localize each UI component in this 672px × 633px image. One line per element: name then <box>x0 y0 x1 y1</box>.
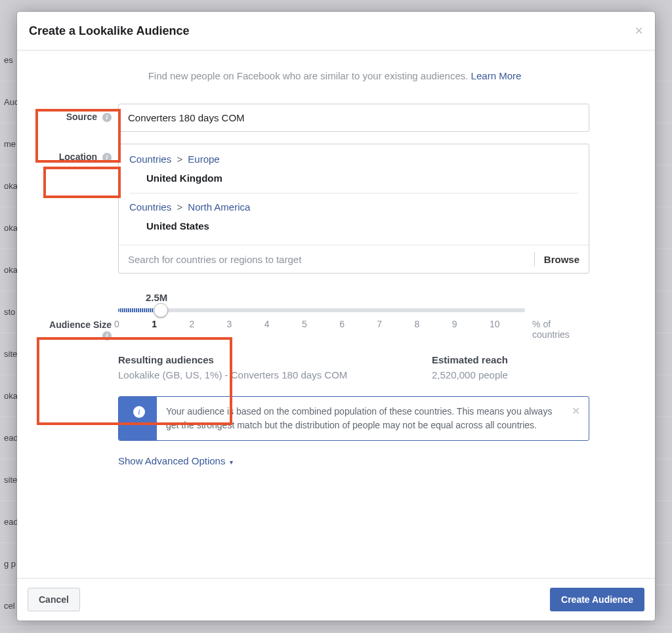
annotation-highlight-location <box>43 167 121 198</box>
modal-header: Create a Lookalike Audience × <box>17 12 655 51</box>
close-icon[interactable]: × <box>635 22 643 39</box>
audience-size-value: 2.5M <box>146 292 589 303</box>
close-icon[interactable]: ✕ <box>562 397 589 440</box>
show-advanced-options-link[interactable]: Show Advanced Options ▾ <box>118 455 233 466</box>
slider-thumb[interactable] <box>154 303 168 317</box>
caret-down-icon: ▾ <box>230 459 233 466</box>
slider-fill <box>118 308 159 312</box>
intro-copy: Find new people on Facebook who are simi… <box>148 70 471 81</box>
annotation-highlight-source <box>35 109 121 163</box>
modal-footer: Cancel Create Audience <box>17 578 655 621</box>
location-breadcrumb[interactable]: Countries > Europe <box>129 153 578 165</box>
location-search-row: Browse <box>119 245 589 273</box>
location-breadcrumb[interactable]: Countries > North America <box>129 201 578 213</box>
modal-title: Create a Lookalike Audience <box>29 24 189 38</box>
location-country[interactable]: United Kingdom <box>129 170 578 193</box>
audience-size-slider[interactable] <box>118 308 525 312</box>
estimated-reach-value: 2,520,000 people <box>432 369 589 380</box>
location-label: Location i <box>41 144 118 274</box>
slider-ticks: 0 1 2 3 4 5 6 7 8 9 10 <box>114 319 527 329</box>
create-lookalike-modal: Create a Lookalike Audience × Find new p… <box>17 12 655 621</box>
estimated-reach-head: Estimated reach <box>432 354 589 365</box>
pct-of-countries-label: % of countries <box>532 319 589 340</box>
create-audience-button[interactable]: Create Audience <box>550 588 644 611</box>
browse-link[interactable]: Browse <box>544 254 579 265</box>
source-row: Source i <box>41 104 589 132</box>
cancel-button[interactable]: Cancel <box>28 588 80 611</box>
location-country[interactable]: United States <box>129 218 578 241</box>
location-search-input[interactable] <box>128 254 525 265</box>
learn-more-link[interactable]: Learn More <box>471 70 522 81</box>
source-input[interactable] <box>118 104 589 132</box>
location-box: Countries > Europe United Kingdom Countr… <box>118 144 589 274</box>
location-row: Location i Countries > Europe United Kin… <box>41 144 589 274</box>
intro-text: Find new people on Facebook who are simi… <box>80 70 589 81</box>
annotation-highlight-audience-size <box>37 337 232 425</box>
